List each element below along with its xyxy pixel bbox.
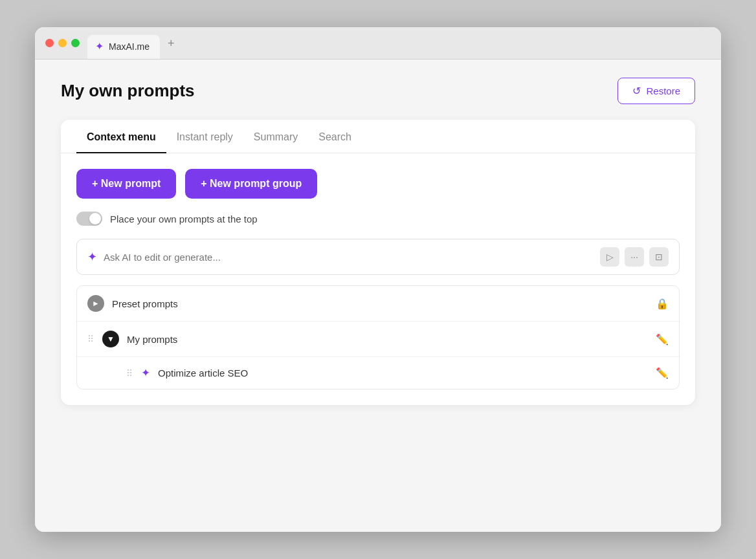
maxai-icon: ✦ — [95, 40, 104, 52]
ai-send-button[interactable]: ▷ — [600, 247, 619, 267]
restore-icon: ↺ — [632, 85, 641, 97]
action-buttons: + New prompt + New prompt group — [76, 169, 680, 199]
close-button[interactable] — [45, 39, 54, 47]
new-tab-button[interactable]: + — [168, 37, 175, 57]
drag-handle[interactable]: ⠿ — [87, 334, 94, 344]
edit-icon[interactable]: ✏️ — [656, 367, 669, 379]
minimize-button[interactable] — [58, 39, 67, 47]
titlebar: ✦ MaxAI.me + — [35, 27, 721, 60]
prompts-top-toggle[interactable] — [76, 212, 102, 226]
ai-action-buttons: ▷ ··· ⊡ — [600, 247, 669, 267]
list-item: ⠿ ✦ Optimize article SEO ✏️ — [77, 357, 679, 389]
drag-handle[interactable]: ⠿ — [126, 368, 133, 378]
card-body: + New prompt + New prompt group Place yo… — [61, 153, 695, 405]
browser-window: ✦ MaxAI.me + My own prompts ↺ Restore Co… — [35, 27, 721, 532]
tab-title: MaxAI.me — [109, 41, 150, 52]
page-header: My own prompts ↺ Restore — [61, 78, 695, 104]
maximize-button[interactable] — [71, 39, 80, 47]
prompt-star-icon: ✦ — [141, 366, 150, 380]
list-item: ⠿ ▼ My prompts ✏️ — [77, 322, 679, 357]
toggle-knob — [89, 213, 101, 225]
toggle-row: Place your own prompts at the top — [76, 212, 680, 226]
tab-instant-reply[interactable]: Instant reply — [166, 120, 243, 153]
lock-icon: 🔒 — [656, 298, 669, 310]
tab-summary[interactable]: Summary — [243, 120, 308, 153]
optimize-seo-label: Optimize article SEO — [158, 367, 648, 378]
ai-more-button[interactable]: ··· — [625, 247, 644, 267]
ai-input[interactable] — [104, 252, 594, 263]
toggle-label: Place your own prompts at the top — [110, 214, 258, 225]
tab-context-menu[interactable]: Context menu — [76, 120, 166, 153]
browser-content: My own prompts ↺ Restore Context menu In… — [35, 60, 721, 532]
traffic-lights — [45, 39, 80, 55]
page-title: My own prompts — [61, 81, 195, 101]
new-prompt-label: + New prompt — [92, 178, 161, 190]
edit-icon[interactable]: ✏️ — [656, 333, 669, 345]
new-prompt-group-label: + New prompt group — [201, 178, 302, 190]
list-item: ► Preset prompts 🔒 — [77, 286, 679, 322]
tabs-bar: Context menu Instant reply Summary Searc… — [61, 120, 695, 153]
prompts-list: ► Preset prompts 🔒 ⠿ ▼ My prompts ✏️ ⠿ — [76, 285, 680, 389]
ai-layout-button[interactable]: ⊡ — [649, 247, 669, 267]
ai-input-row: ✦ ▷ ··· ⊡ — [76, 239, 680, 275]
new-prompt-button[interactable]: + New prompt — [76, 169, 176, 199]
restore-button[interactable]: ↺ Restore — [617, 78, 695, 104]
new-prompt-group-button[interactable]: + New prompt group — [185, 169, 317, 199]
restore-label: Restore — [646, 85, 680, 96]
browser-tab[interactable]: ✦ MaxAI.me — [87, 35, 160, 59]
tab-search[interactable]: Search — [308, 120, 362, 153]
preset-prompts-label: Preset prompts — [112, 298, 648, 309]
my-prompts-label: My prompts — [127, 334, 648, 345]
main-card: Context menu Instant reply Summary Searc… — [61, 120, 695, 405]
ai-stars-icon: ✦ — [87, 250, 97, 264]
expand-icon[interactable]: ▼ — [102, 331, 119, 347]
collapse-icon[interactable]: ► — [87, 295, 104, 312]
